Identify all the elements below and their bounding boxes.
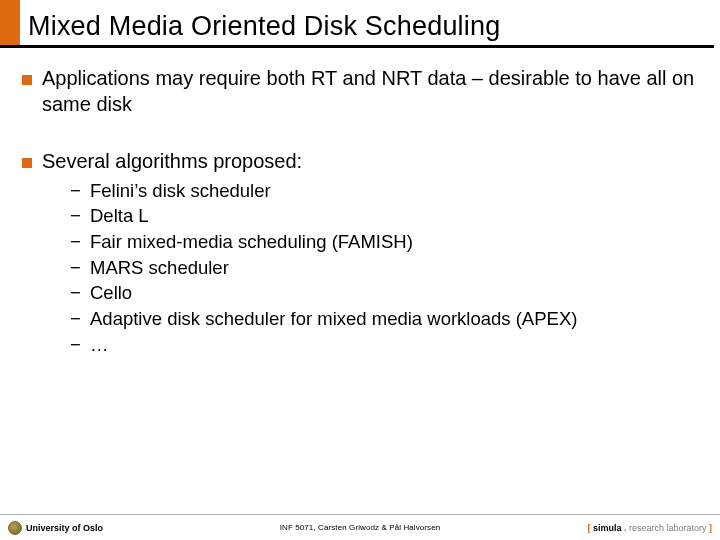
- slide-title: Mixed Media Oriented Disk Scheduling: [20, 11, 500, 45]
- university-seal-icon: [8, 521, 22, 535]
- sub-item-text: Fair mixed-media scheduling (FAMISH): [90, 230, 413, 254]
- sub-list: −Felini’s disk scheduler −Delta L −Fair …: [70, 179, 700, 357]
- dash-icon: −: [70, 179, 84, 203]
- footer-dot: .: [621, 523, 629, 533]
- footer-left: University of Oslo: [8, 521, 103, 535]
- sub-item: −MARS scheduler: [70, 256, 700, 280]
- footer-right: [ simula . research laboratory ]: [587, 523, 712, 533]
- bullet-text-label: Several algorithms proposed:: [42, 150, 302, 172]
- footer-bracket-close: ]: [707, 523, 713, 533]
- footer-brand: simula: [593, 523, 622, 533]
- sub-item-text: Cello: [90, 281, 132, 305]
- bullet-text: Applications may require both RT and NRT…: [42, 66, 700, 117]
- sub-item-text: Felini’s disk scheduler: [90, 179, 271, 203]
- footer-rest: research laboratory: [629, 523, 707, 533]
- dash-icon: −: [70, 281, 84, 305]
- sub-item-text: MARS scheduler: [90, 256, 229, 280]
- slide-content: Applications may require both RT and NRT…: [0, 48, 720, 358]
- dash-icon: −: [70, 333, 84, 357]
- dash-icon: −: [70, 230, 84, 254]
- footer: University of Oslo INF 5071, Carsten Gri…: [0, 514, 720, 540]
- bullet-square-icon: [22, 158, 32, 168]
- sub-item: −Felini’s disk scheduler: [70, 179, 700, 203]
- dash-icon: −: [70, 307, 84, 331]
- sub-item-text: Adaptive disk scheduler for mixed media …: [90, 307, 577, 331]
- dash-icon: −: [70, 204, 84, 228]
- bullet-square-icon: [22, 75, 32, 85]
- sub-item: −Adaptive disk scheduler for mixed media…: [70, 307, 700, 331]
- bullet-text: Several algorithms proposed: −Felini’s d…: [42, 149, 700, 358]
- title-accent: [0, 0, 20, 45]
- title-bar: Mixed Media Oriented Disk Scheduling: [0, 0, 714, 48]
- bullet-item: Applications may require both RT and NRT…: [22, 66, 700, 117]
- bullet-item: Several algorithms proposed: −Felini’s d…: [22, 149, 700, 358]
- sub-item-text: …: [90, 333, 109, 357]
- sub-item: −…: [70, 333, 700, 357]
- dash-icon: −: [70, 256, 84, 280]
- sub-item: −Fair mixed-media scheduling (FAMISH): [70, 230, 700, 254]
- sub-item: −Delta L: [70, 204, 700, 228]
- footer-left-text: University of Oslo: [26, 523, 103, 533]
- sub-item-text: Delta L: [90, 204, 149, 228]
- footer-center: INF 5071, Carsten Griwodz & Pål Halvorse…: [280, 523, 441, 532]
- sub-item: −Cello: [70, 281, 700, 305]
